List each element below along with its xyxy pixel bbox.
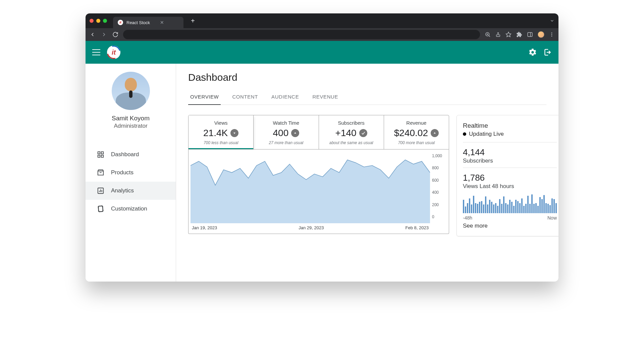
realtime-card: Realtime Updating Live 4,144 Subscribers… <box>457 115 558 236</box>
stat-sub: 700 more than usual <box>387 140 446 145</box>
sidebar-item-analytics[interactable]: Analytics <box>86 182 176 200</box>
settings-button[interactable] <box>528 48 537 57</box>
reload-button[interactable] <box>112 32 118 38</box>
stat-value: 400 <box>273 128 289 138</box>
analytics-icon <box>97 187 104 194</box>
arrow-up-icon <box>431 129 439 137</box>
stat-value: 21.4K <box>203 128 228 138</box>
sidebar-nav: Dashboard Products Analytics Customizati… <box>86 145 176 218</box>
page-title: Dashboard <box>188 72 546 83</box>
star-icon[interactable] <box>505 32 512 38</box>
realtime-views-value: 1,786 <box>463 173 557 183</box>
spark-range-end: Now <box>547 215 557 221</box>
profile-avatar-icon[interactable] <box>538 31 544 38</box>
profile-role: Administrator <box>112 123 150 129</box>
dashboard-icon <box>97 151 104 158</box>
main-content: Dashboard OVERVIEW CONTENT AUDIENCE REVE… <box>176 64 558 282</box>
realtime-views-label: Views Last 48 hours <box>463 183 557 190</box>
tab-favicon-icon: it <box>118 20 123 25</box>
new-tab-button[interactable]: + <box>191 17 195 25</box>
sidebar-item-label: Dashboard <box>111 151 139 158</box>
main-chart: 1,0008006004002000 Jan 19, 2023Jan 29, 2… <box>188 149 449 234</box>
stat-card-views[interactable]: Views 21.4K 700 less than usual <box>189 115 254 149</box>
svg-rect-12 <box>98 152 100 154</box>
sidebar-item-dashboard[interactable]: Dashboard <box>86 145 176 164</box>
realtime-live-status: Updating Live <box>463 131 557 137</box>
menu-icon[interactable] <box>549 32 554 37</box>
area-chart-svg <box>191 153 430 223</box>
y-axis-labels: 1,0008006004002000 <box>430 153 445 220</box>
sidebar-item-products[interactable]: Products <box>86 164 176 182</box>
stat-sub: 700 less than usual <box>191 140 251 145</box>
stat-value: $240.02 <box>394 128 428 138</box>
tab-content[interactable]: CONTENT <box>230 89 260 105</box>
sparkline-chart <box>463 194 557 213</box>
close-window-button[interactable] <box>90 19 94 23</box>
panel-icon[interactable] <box>527 32 533 38</box>
svg-rect-14 <box>98 155 100 157</box>
maximize-window-button[interactable] <box>103 19 107 23</box>
sidebar-item-label: Customization <box>111 205 147 212</box>
sidebar-item-customization[interactable]: Customization <box>86 200 176 218</box>
chevron-down-icon[interactable] <box>550 18 554 23</box>
x-axis-labels: Jan 19, 2023Jan 29, 2023Feb 8, 2023 <box>191 223 445 232</box>
stat-card-revenue[interactable]: Revenue $240.02 700 more than usual <box>384 115 449 149</box>
svg-point-8 <box>551 33 552 34</box>
stat-card-watchtime[interactable]: Watch Time 400 27 more than usual <box>254 115 319 149</box>
svg-rect-6 <box>528 33 532 37</box>
stat-label: Views <box>191 120 251 126</box>
stat-card-subscribers[interactable]: Subscribers +140 about the same as usual <box>319 115 384 149</box>
logout-button[interactable] <box>543 48 552 57</box>
stat-sub: about the same as usual <box>322 140 381 145</box>
user-avatar <box>112 72 150 110</box>
stat-label: Watch Time <box>256 120 316 126</box>
app-body: Samit Koyom Administrator Dashboard Prod… <box>86 64 558 282</box>
stat-label: Revenue <box>387 120 446 126</box>
svg-rect-13 <box>101 152 103 154</box>
svg-rect-21 <box>98 206 103 212</box>
live-dot-icon <box>463 132 466 136</box>
forward-button[interactable] <box>101 32 107 38</box>
see-more-link[interactable]: See more <box>463 223 557 229</box>
svg-line-3 <box>489 36 490 37</box>
svg-rect-15 <box>101 155 103 157</box>
svg-point-10 <box>551 36 552 37</box>
svg-marker-24 <box>294 132 296 134</box>
realtime-subs-label: Subscribers <box>463 158 557 164</box>
stat-sub: 27 more than usual <box>256 140 316 145</box>
app-header: it <box>86 41 558 64</box>
svg-marker-5 <box>506 32 511 37</box>
address-bar[interactable] <box>123 30 480 39</box>
spark-range-start: -48h <box>463 215 472 221</box>
svg-point-9 <box>551 34 552 35</box>
arrow-down-icon <box>230 129 238 137</box>
minimize-window-button[interactable] <box>96 19 100 23</box>
browser-titlebar: it React Stock ✕ + <box>86 13 558 28</box>
tab-revenue[interactable]: REVENUE <box>310 89 340 105</box>
customization-icon <box>97 205 104 213</box>
extensions-icon[interactable] <box>516 32 522 38</box>
stat-value: +140 <box>335 128 357 138</box>
share-icon[interactable] <box>495 32 501 37</box>
zoom-icon[interactable] <box>485 32 491 38</box>
sidebar-item-label: Products <box>111 169 133 176</box>
profile-name: Samit Koyom <box>112 115 150 122</box>
app-root: it Samit Koyom Administrator Dashboard <box>86 41 558 282</box>
browser-window: it React Stock ✕ + it <box>86 13 558 282</box>
menu-toggle-button[interactable] <box>92 49 100 55</box>
tab-audience[interactable]: AUDIENCE <box>269 89 301 105</box>
tab-title: React Stock <box>126 20 150 25</box>
app-logo-icon[interactable]: it <box>107 46 120 59</box>
back-button[interactable] <box>90 32 96 38</box>
tab-overview[interactable]: OVERVIEW <box>188 89 221 105</box>
browser-toolbar <box>86 28 558 41</box>
arrow-up-icon <box>291 129 299 137</box>
close-tab-button[interactable]: ✕ <box>160 20 164 25</box>
page-tabs: OVERVIEW CONTENT AUDIENCE REVENUE <box>188 89 546 105</box>
products-icon <box>97 169 104 176</box>
svg-rect-22 <box>99 206 103 212</box>
svg-marker-25 <box>434 132 436 134</box>
sidebar: Samit Koyom Administrator Dashboard Prod… <box>86 64 176 282</box>
browser-tab[interactable]: it React Stock ✕ <box>113 17 183 28</box>
stats-row: Views 21.4K 700 less than usual Watch Ti… <box>188 115 449 149</box>
